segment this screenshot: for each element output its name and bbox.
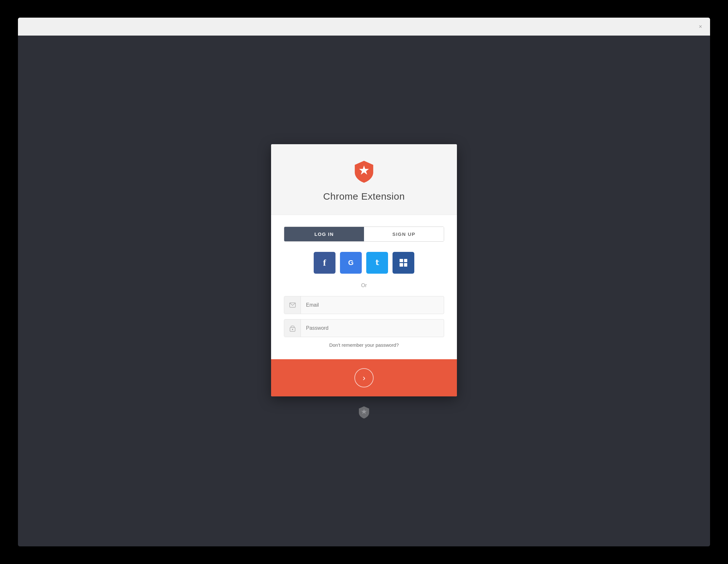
email-field[interactable] bbox=[301, 296, 444, 314]
browser-window: × Chrome Extension LOG IN SIGN UP f bbox=[18, 18, 710, 546]
card-body: LOG IN SIGN UP f G 𝕥 bbox=[271, 215, 457, 359]
login-card: Chrome Extension LOG IN SIGN UP f G bbox=[271, 144, 457, 396]
title-bar: × bbox=[18, 18, 710, 36]
lock-icon bbox=[284, 319, 301, 337]
microsoft-login-button[interactable] bbox=[393, 252, 414, 274]
tab-signup[interactable]: SIGN UP bbox=[364, 227, 444, 241]
shield-star-icon bbox=[352, 160, 376, 185]
or-divider: Or bbox=[284, 283, 444, 288]
password-field[interactable] bbox=[301, 319, 444, 337]
card-footer: › bbox=[271, 359, 457, 396]
svg-point-3 bbox=[292, 329, 293, 330]
microsoft-icon bbox=[400, 259, 407, 267]
facebook-login-button[interactable]: f bbox=[314, 252, 335, 274]
app-title: Chrome Extension bbox=[323, 191, 405, 202]
twitter-icon: 𝕥 bbox=[376, 259, 379, 267]
social-buttons: f G 𝕥 bbox=[284, 252, 444, 274]
google-icon: G bbox=[348, 259, 353, 267]
close-button[interactable]: × bbox=[697, 23, 704, 30]
submit-button[interactable]: › bbox=[354, 368, 374, 387]
arrow-right-icon: › bbox=[363, 374, 366, 382]
tab-login[interactable]: LOG IN bbox=[284, 227, 364, 241]
email-input-group bbox=[284, 296, 444, 314]
email-icon bbox=[284, 296, 301, 314]
forgot-password-link[interactable]: Don't remember your password? bbox=[284, 342, 444, 348]
password-input-group bbox=[284, 319, 444, 337]
google-login-button[interactable]: G bbox=[340, 252, 362, 274]
twitter-login-button[interactable]: 𝕥 bbox=[366, 252, 388, 274]
card-header: Chrome Extension bbox=[271, 144, 457, 215]
bottom-logo bbox=[358, 406, 370, 420]
tab-group: LOG IN SIGN UP bbox=[284, 227, 444, 242]
facebook-icon: f bbox=[323, 258, 326, 268]
